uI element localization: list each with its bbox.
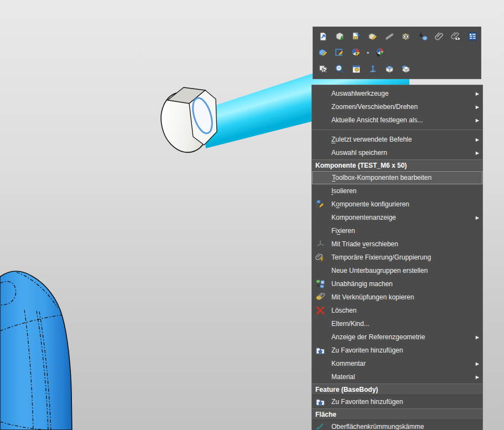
menu-item-icon-cell (315, 239, 329, 249)
select-other-button[interactable] (315, 62, 331, 77)
menu-item[interactable]: Zu Favoriten hinzufügen (312, 344, 482, 357)
menu-item-icon-cell (315, 345, 329, 355)
zoom-to-selection-icon (335, 64, 345, 74)
view-mates-icon (451, 32, 461, 42)
dropdown-caret-icon[interactable]: ▾ (365, 45, 371, 60)
hide-component-icon (385, 32, 394, 42)
menu-item-icon-cell (315, 422, 329, 430)
edit-feature-button[interactable] (365, 29, 381, 44)
insert-component-button[interactable] (331, 29, 348, 44)
menu-item[interactable]: Temporäre Fixierung/Gruppierung (312, 251, 482, 264)
menu-item-label: Mit Triade verschieben (331, 240, 472, 248)
add-to-favorites-icon (315, 345, 325, 355)
menu-item-icon-cell (315, 279, 329, 289)
show-hidden-components-button[interactable] (398, 29, 414, 44)
open-box-button[interactable] (398, 62, 414, 77)
submenu-arrow-icon: ▶ (472, 361, 479, 366)
replace-component-button[interactable] (348, 29, 365, 44)
menu-item[interactable]: Eltern/Kind... (312, 317, 482, 330)
menu-item-icon-empty (315, 359, 329, 369)
menu-item-icon-cell (315, 397, 329, 407)
shaded-box-button[interactable] (381, 62, 398, 77)
curvature-combs-icon (315, 422, 325, 430)
submenu-arrow-icon: ▶ (472, 137, 479, 142)
menu-item[interactable]: Unabhängig machen (312, 277, 482, 291)
menu-item-label: Unabhängig machen (331, 280, 472, 288)
menu-item[interactable]: Mit Triade verschieben (312, 237, 482, 251)
menu-item[interactable]: Zuletzt verwendete Befehle▶ (312, 133, 482, 146)
edit-part-button[interactable] (315, 45, 331, 60)
menu-item-label: Material (331, 373, 472, 381)
menu-item-label: Anzeige der Referenzgeometrie (331, 333, 472, 341)
menu-item[interactable]: Auswahlwerkzeuge▶ (312, 87, 482, 100)
edit-sketch-button[interactable] (331, 45, 348, 60)
tree-display-icon (467, 32, 477, 42)
make-independent-icon (315, 279, 325, 289)
tree-display-button[interactable] (464, 29, 481, 44)
edit-in-context-button[interactable] (315, 29, 331, 44)
menu-item[interactable]: Auswahl speichern▶ (312, 146, 482, 159)
context-toolbar: ▾ (313, 27, 481, 79)
preview-window-icon (351, 64, 361, 74)
menu-item-icon-empty (316, 173, 329, 183)
menu-item-label: Komponente konfigurieren (331, 200, 472, 208)
menu-item[interactable]: Mit Verknüpfungen kopieren (312, 291, 482, 304)
menu-item[interactable]: Fixieren (312, 224, 482, 237)
submenu-arrow-icon: ▶ (472, 151, 479, 156)
menu-item[interactable]: Komponente konfigurieren (312, 198, 482, 211)
appearances-icon (351, 48, 361, 58)
menu-item[interactable]: Toolbox-Komponenten bearbeiten (312, 171, 482, 184)
toolbar-row (315, 61, 479, 77)
replace-component-icon (351, 32, 361, 42)
appearances-button[interactable] (348, 45, 365, 60)
edit-feature-icon (368, 32, 378, 42)
copy-appearance-button[interactable] (371, 45, 388, 60)
submenu-arrow-icon: ▶ (472, 215, 479, 220)
menu-item[interactable]: Löschen (312, 304, 482, 317)
menu-item[interactable]: Isolieren (312, 184, 482, 198)
menu-item-icon-cell (315, 199, 329, 209)
temporary-fix-icon (315, 252, 325, 262)
menu-item-label: Mit Verknüpfungen kopieren (331, 293, 472, 301)
menu-item-icon-empty (315, 115, 329, 125)
edit-in-context-icon (318, 32, 328, 42)
edit-sketch-icon (335, 48, 345, 58)
menu-item-icon-cell (315, 305, 329, 315)
menu-item-icon-empty (315, 213, 329, 222)
menu-item[interactable]: Neue Unterbaugruppen erstellen (312, 264, 482, 277)
menu-item-label: Zuletzt verwendete Befehle (331, 136, 472, 143)
menu-item-icon-empty (315, 226, 329, 236)
menu-item[interactable]: Kommentar▶ (312, 357, 482, 370)
show-hidden-components-icon (401, 32, 411, 42)
menu-item[interactable]: Oberflächenkrümmungskämme (312, 420, 482, 430)
menu-item-icon-empty (315, 89, 329, 99)
menu-item[interactable]: Komponentenanzeige▶ (312, 211, 482, 224)
add-to-favorites-icon (315, 397, 325, 407)
context-menu: Auswahlwerkzeuge▶Zoomen/Verschieben/Dreh… (311, 85, 483, 430)
dissolve-component-icon (418, 32, 428, 42)
dissolve-component-button[interactable] (414, 29, 431, 44)
blue-part-body[interactable] (0, 271, 72, 430)
mates-icon (434, 32, 444, 42)
menu-item[interactable]: Aktuelle Ansicht festlegen als...▶ (312, 113, 482, 127)
menu-item-label: Oberflächenkrümmungskämme (331, 423, 472, 430)
submenu-arrow-icon: ▶ (472, 91, 479, 96)
view-mates-button[interactable] (448, 29, 464, 44)
menu-item-label: Auswahl speichern (331, 149, 472, 157)
delete-icon (315, 305, 325, 315)
menu-item-icon-cell (315, 292, 329, 302)
preview-window-button[interactable] (348, 62, 365, 77)
menu-item-label: Toolbox-Komponenten bearbeiten (332, 174, 472, 182)
mates-button[interactable] (431, 29, 448, 44)
hide-component-button[interactable] (381, 29, 398, 44)
menu-item[interactable]: Zu Favoriten hinzufügen (312, 395, 482, 408)
menu-item-label: Zu Favoriten hinzufügen (331, 346, 472, 354)
shaded-box-icon (385, 64, 394, 74)
menu-item[interactable]: Material▶ (312, 370, 482, 384)
submenu-arrow-icon: ▶ (472, 375, 479, 380)
menu-separator (312, 129, 482, 130)
menu-item[interactable]: Anzeige der Referenzgeometrie▶ (312, 330, 482, 344)
zoom-to-selection-button[interactable] (331, 62, 348, 77)
move-component-button[interactable] (365, 62, 381, 77)
menu-item[interactable]: Zoomen/Verschieben/Drehen▶ (312, 100, 482, 113)
